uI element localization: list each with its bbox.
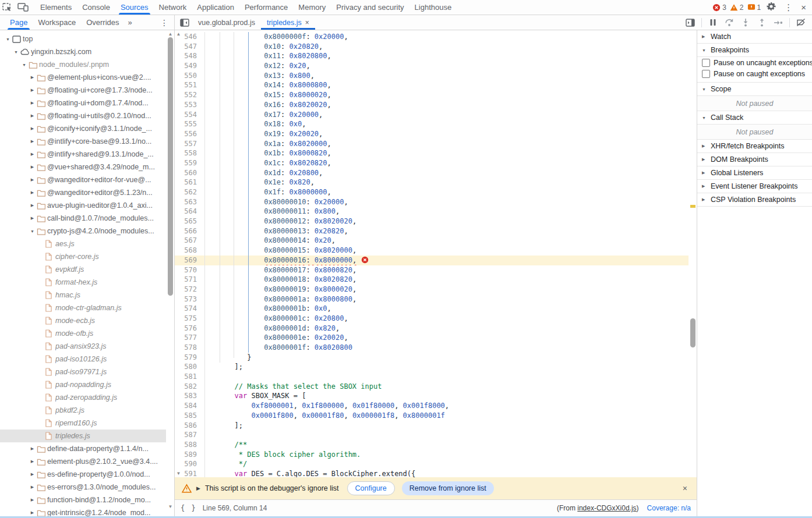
code-text[interactable]: 0x19: 0x20020, xyxy=(205,129,689,139)
code-text[interactable]: 0x80000013: 0x20820, xyxy=(205,226,689,236)
tree-item-top[interactable]: ▼top xyxy=(0,33,166,45)
tree-item-floating-ui-dom-1-7-4-nod[interactable]: ▶@floating-ui+dom@1.7.4/nod... xyxy=(0,97,166,109)
code-text[interactable]: 0x1a: 0x8020000, xyxy=(205,139,689,149)
section-expand-icon[interactable]: ▼ xyxy=(702,48,707,52)
tree-item-pad-zeropadding-js[interactable]: pad-zeropadding.js xyxy=(0,391,166,404)
checkbox-pause-on-caught-exceptions[interactable]: Pause on caught exceptions xyxy=(697,68,812,79)
tree-item-iconify-iconify-3-1-1-node[interactable]: ▶@iconify+iconify@3.1.1/node_... xyxy=(0,122,166,135)
checkbox-unchecked[interactable] xyxy=(702,59,710,67)
tree-expand-icon[interactable]: ▶ xyxy=(28,498,37,502)
code-text[interactable]: 0x18: 0x0, xyxy=(205,119,689,129)
tree-expand-icon[interactable]: ▶ xyxy=(28,216,37,221)
tree-item-pad-ansix923-js[interactable]: pad-ansix923.js xyxy=(0,340,166,353)
line-number[interactable]: 551 xyxy=(175,80,205,90)
line-number[interactable]: 547 xyxy=(175,42,205,52)
tree-item-avue-plugin-ueditor-1-0-4-axi[interactable]: ▶avue-plugin-ueditor@1.0.4_axi... xyxy=(0,199,166,212)
line-number[interactable]: 555 xyxy=(175,119,205,129)
code-text[interactable]: 0x13: 0x800, xyxy=(205,71,689,81)
section-expand-icon[interactable]: ▶ xyxy=(702,144,707,148)
tree-expand-icon[interactable]: ▶ xyxy=(28,190,37,195)
tree-item-get-intrinsic-1-2-4-node-mod[interactable]: ▶get-intrinsic@1.2.4/node_mod... xyxy=(0,506,166,516)
code-text[interactable]: /** xyxy=(205,440,689,450)
code-text[interactable]: ]; xyxy=(205,362,689,372)
tree-item-tripledes-js[interactable]: tripledes.js xyxy=(0,430,166,442)
tree-expand-icon[interactable]: ▶ xyxy=(28,203,37,208)
code-text[interactable]: var DES = C.algo.DES = BlockCipher.exten… xyxy=(205,469,689,477)
line-number[interactable]: 553 xyxy=(175,100,205,110)
section-header-csp-violation-breakpoints[interactable]: ▶CSP Violation Breakpoints xyxy=(697,193,812,207)
tree-item-hmac-js[interactable]: hmac.js xyxy=(0,289,166,301)
configure-button[interactable]: Configure xyxy=(347,481,395,495)
main-tab-performance[interactable]: Performance xyxy=(239,0,293,15)
section-header-event-listener-breakpoints[interactable]: ▶Event Listener Breakpoints xyxy=(697,180,812,193)
warning-count-badge[interactable]: 2 xyxy=(730,3,744,12)
navigator-tab-workspace[interactable]: Workspace xyxy=(33,15,81,30)
file-tab-vue-global-prod-js[interactable]: vue.global.prod.js xyxy=(192,15,261,30)
tree-item-mode-ofb-js[interactable]: mode-ofb.js xyxy=(0,327,166,340)
line-number[interactable]: 590 xyxy=(175,459,205,469)
settings-gear-icon[interactable] xyxy=(764,2,778,13)
code-text[interactable]: */ xyxy=(205,459,689,469)
section-header-scope[interactable]: ▼Scope xyxy=(697,83,812,96)
tree-expand-icon[interactable]: ▶ xyxy=(28,178,37,182)
tree-item-pad-nopadding-js[interactable]: pad-nopadding.js xyxy=(0,378,166,391)
tree-expand-icon[interactable]: ▼ xyxy=(3,37,12,41)
tree-item-intlify-shared-9-13-1-node[interactable]: ▶@intlify+shared@9.13.1/node_... xyxy=(0,148,166,161)
navigator-kebab-icon[interactable]: ⋮ xyxy=(154,18,174,27)
tree-scroll-thumb[interactable] xyxy=(168,37,173,296)
tree-item-format-hex-js[interactable]: format-hex.js xyxy=(0,276,166,289)
error-count-badge[interactable]: 3 xyxy=(712,3,726,12)
code-text[interactable]: 0x80000015: 0x8020000, xyxy=(205,246,689,256)
tree-item-define-data-property-1-1-4-n[interactable]: ▶define-data-property@1.1.4/n... xyxy=(0,442,166,455)
code-text[interactable]: 0x1c: 0x8020820, xyxy=(205,158,689,168)
tree-item-pad-iso10126-js[interactable]: pad-iso10126.js xyxy=(0,353,166,366)
line-number[interactable]: 577 xyxy=(175,333,205,343)
file-tab-close-icon[interactable]: × xyxy=(305,19,309,27)
line-number[interactable]: 589 xyxy=(175,450,205,460)
code-text[interactable] xyxy=(205,430,689,440)
code-text[interactable]: 0x80000010: 0x20000, xyxy=(205,197,689,207)
tree-expand-icon[interactable]: ▶ xyxy=(28,459,37,464)
more-navigator-tabs-icon[interactable]: » xyxy=(125,18,136,27)
editor-scrollbar[interactable] xyxy=(689,37,697,470)
code-text[interactable]: 0x1f: 0x8000000, xyxy=(205,187,689,197)
line-number[interactable]: 559 xyxy=(175,158,205,168)
line-number[interactable]: 549 xyxy=(175,61,205,71)
code-text[interactable]: } xyxy=(205,353,689,363)
close-devtools-icon[interactable]: × xyxy=(799,2,809,12)
step-over-icon[interactable] xyxy=(724,18,735,27)
section-expand-icon[interactable]: ▶ xyxy=(702,184,707,189)
line-number[interactable]: 578 xyxy=(175,343,205,353)
section-expand-icon[interactable]: ▼ xyxy=(702,87,707,91)
expand-warning-icon[interactable]: ▶ xyxy=(196,485,200,491)
tree-item-pbkdf2-js[interactable]: pbkdf2.js xyxy=(0,404,166,417)
navigator-tab-page[interactable]: Page xyxy=(5,15,33,30)
tree-expand-icon[interactable]: ▼ xyxy=(12,50,20,54)
line-number[interactable]: 579 xyxy=(175,353,205,363)
issue-count-badge[interactable]: 1 xyxy=(747,3,761,12)
tree-item-wangeditor-editor-5-1-23-n[interactable]: ▶@wangeditor+editor@5.1.23/n... xyxy=(0,186,166,199)
line-number[interactable]: 580 xyxy=(175,362,205,372)
tree-item-mode-ctr-gladman-js[interactable]: mode-ctr-gladman.js xyxy=(0,301,166,314)
code-text[interactable]: 0x1d: 0x20800, xyxy=(205,168,689,178)
code-text[interactable]: 0x8000001f: 0x8020800 xyxy=(205,343,689,353)
line-number[interactable]: 569 xyxy=(175,256,205,265)
line-number[interactable]: 570 xyxy=(175,265,205,275)
code-text[interactable]: 0x15: 0x8000020, xyxy=(205,90,689,100)
code-text[interactable]: 0x8000001d: 0x820, xyxy=(205,324,689,333)
code-text[interactable]: 0x8000000f: 0x20000, xyxy=(205,32,689,42)
tree-expand-icon[interactable]: ▶ xyxy=(28,113,37,118)
step-into-icon[interactable] xyxy=(740,18,751,27)
line-number[interactable]: 566 xyxy=(175,226,205,236)
line-number[interactable]: 584 xyxy=(175,401,205,411)
code-text[interactable]: 0x80000016: 0x8000000, xyxy=(205,256,689,265)
line-number[interactable]: 567 xyxy=(175,236,205,246)
section-header-breakpoints[interactable]: ▼Breakpoints xyxy=(697,44,812,57)
code-text[interactable]: 0x80000017: 0x8000820, xyxy=(205,265,689,275)
tree-item-floating-ui-utils-0-2-10-nod[interactable]: ▶@floating-ui+utils@0.2.10/nod... xyxy=(0,109,166,122)
tree-item-cipher-core-js[interactable]: cipher-core.js xyxy=(0,250,166,263)
code-text[interactable]: 0x8000001a: 0x8000800, xyxy=(205,295,689,304)
line-number[interactable]: 568 xyxy=(175,246,205,256)
inspect-element-icon[interactable] xyxy=(0,1,15,14)
code-text[interactable]: 0x8000001b: 0x0, xyxy=(205,304,689,314)
